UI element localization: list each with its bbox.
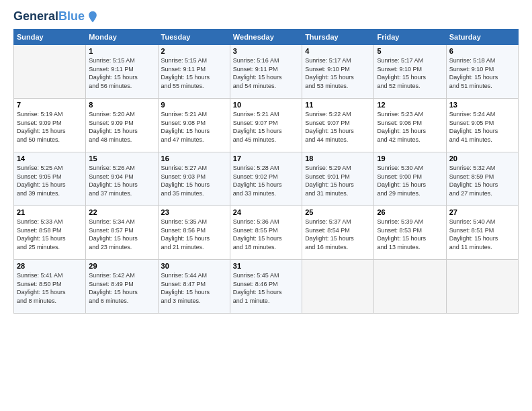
day-info: Sunrise: 5:33 AM Sunset: 8:58 PM Dayligh… <box>17 218 83 251</box>
calendar-cell: 2Sunrise: 5:15 AM Sunset: 9:11 PM Daylig… <box>158 45 230 99</box>
calendar-cell: 25Sunrise: 5:37 AM Sunset: 8:54 PM Dayli… <box>302 206 374 260</box>
calendar-cell: 24Sunrise: 5:36 AM Sunset: 8:55 PM Dayli… <box>230 206 302 260</box>
calendar-cell: 31Sunrise: 5:45 AM Sunset: 8:46 PM Dayli… <box>230 260 302 314</box>
day-info: Sunrise: 5:17 AM Sunset: 9:10 PM Dayligh… <box>305 56 371 90</box>
day-number: 21 <box>17 208 83 216</box>
day-number: 13 <box>449 101 515 109</box>
day-number: 11 <box>305 101 371 109</box>
day-info: Sunrise: 5:32 AM Sunset: 8:59 PM Dayligh… <box>449 164 515 197</box>
day-number: 10 <box>233 101 299 109</box>
calendar-cell: 30Sunrise: 5:44 AM Sunset: 8:47 PM Dayli… <box>158 260 230 314</box>
day-info: Sunrise: 5:16 AM Sunset: 9:11 PM Dayligh… <box>233 56 299 90</box>
calendar-cell: 19Sunrise: 5:30 AM Sunset: 9:00 PM Dayli… <box>374 152 446 206</box>
day-info: Sunrise: 5:28 AM Sunset: 9:02 PM Dayligh… <box>233 164 299 197</box>
weekday-header-cell: Tuesday <box>158 30 230 45</box>
calendar-week-row: 14Sunrise: 5:25 AM Sunset: 9:05 PM Dayli… <box>14 152 519 206</box>
day-number: 3 <box>233 47 299 55</box>
calendar-cell: 29Sunrise: 5:42 AM Sunset: 8:49 PM Dayli… <box>86 260 158 314</box>
day-info: Sunrise: 5:21 AM Sunset: 9:08 PM Dayligh… <box>161 110 227 144</box>
day-number: 8 <box>89 101 154 109</box>
weekday-header-row: SundayMondayTuesdayWednesdayThursdayFrid… <box>14 30 519 45</box>
day-number: 1 <box>89 47 154 55</box>
day-number: 9 <box>161 101 227 109</box>
calendar-cell: 11Sunrise: 5:22 AM Sunset: 9:07 PM Dayli… <box>302 99 374 152</box>
day-info: Sunrise: 5:45 AM Sunset: 8:46 PM Dayligh… <box>233 271 299 305</box>
calendar-cell: 14Sunrise: 5:25 AM Sunset: 9:05 PM Dayli… <box>14 152 86 206</box>
calendar-cell: 20Sunrise: 5:32 AM Sunset: 8:59 PM Dayli… <box>446 152 518 206</box>
day-number: 27 <box>449 208 515 216</box>
weekday-header-cell: Sunday <box>14 30 86 45</box>
day-info: Sunrise: 5:41 AM Sunset: 8:50 PM Dayligh… <box>17 271 83 305</box>
day-number: 20 <box>449 154 515 163</box>
weekday-header-cell: Friday <box>374 30 446 45</box>
day-number: 6 <box>449 47 515 55</box>
calendar-cell: 9Sunrise: 5:21 AM Sunset: 9:08 PM Daylig… <box>158 99 230 152</box>
calendar-cell: 22Sunrise: 5:34 AM Sunset: 8:57 PM Dayli… <box>86 206 158 260</box>
logo-text: GeneralBlue <box>13 10 85 24</box>
day-info: Sunrise: 5:34 AM Sunset: 8:57 PM Dayligh… <box>89 218 154 251</box>
calendar-cell <box>446 260 518 314</box>
day-number: 14 <box>17 154 83 163</box>
day-info: Sunrise: 5:24 AM Sunset: 9:05 PM Dayligh… <box>449 110 515 144</box>
day-info: Sunrise: 5:15 AM Sunset: 9:11 PM Dayligh… <box>89 56 154 90</box>
calendar-cell: 17Sunrise: 5:28 AM Sunset: 9:02 PM Dayli… <box>230 152 302 206</box>
day-number: 18 <box>305 154 371 163</box>
calendar-cell: 18Sunrise: 5:29 AM Sunset: 9:01 PM Dayli… <box>302 152 374 206</box>
calendar-cell <box>374 260 446 314</box>
day-info: Sunrise: 5:25 AM Sunset: 9:05 PM Dayligh… <box>17 164 83 197</box>
calendar-table: SundayMondayTuesdayWednesdayThursdayFrid… <box>13 29 519 314</box>
day-number: 16 <box>161 154 227 163</box>
calendar-cell: 21Sunrise: 5:33 AM Sunset: 8:58 PM Dayli… <box>14 206 86 260</box>
logo-icon <box>86 10 99 24</box>
day-info: Sunrise: 5:36 AM Sunset: 8:55 PM Dayligh… <box>233 218 299 251</box>
calendar-cell: 1Sunrise: 5:15 AM Sunset: 9:11 PM Daylig… <box>86 45 158 99</box>
day-info: Sunrise: 5:15 AM Sunset: 9:11 PM Dayligh… <box>161 56 227 90</box>
day-info: Sunrise: 5:17 AM Sunset: 9:10 PM Dayligh… <box>377 56 443 90</box>
day-number: 29 <box>89 262 154 270</box>
day-number: 24 <box>233 208 299 216</box>
day-number: 7 <box>17 101 83 109</box>
day-info: Sunrise: 5:19 AM Sunset: 9:09 PM Dayligh… <box>17 110 83 144</box>
day-info: Sunrise: 5:39 AM Sunset: 8:53 PM Dayligh… <box>377 218 443 251</box>
day-number: 15 <box>89 154 154 163</box>
calendar-cell: 15Sunrise: 5:26 AM Sunset: 9:04 PM Dayli… <box>86 152 158 206</box>
calendar-cell <box>14 45 86 99</box>
calendar-cell: 5Sunrise: 5:17 AM Sunset: 9:10 PM Daylig… <box>374 45 446 99</box>
day-number: 26 <box>377 208 443 216</box>
day-info: Sunrise: 5:30 AM Sunset: 9:00 PM Dayligh… <box>377 164 443 197</box>
day-number: 28 <box>17 262 83 270</box>
calendar-cell: 7Sunrise: 5:19 AM Sunset: 9:09 PM Daylig… <box>14 99 86 152</box>
calendar-cell: 23Sunrise: 5:35 AM Sunset: 8:56 PM Dayli… <box>158 206 230 260</box>
calendar-cell: 6Sunrise: 5:18 AM Sunset: 9:10 PM Daylig… <box>446 45 518 99</box>
day-info: Sunrise: 5:44 AM Sunset: 8:47 PM Dayligh… <box>161 271 227 305</box>
calendar-week-row: 7Sunrise: 5:19 AM Sunset: 9:09 PM Daylig… <box>14 99 519 152</box>
calendar-cell: 26Sunrise: 5:39 AM Sunset: 8:53 PM Dayli… <box>374 206 446 260</box>
day-number: 4 <box>305 47 371 55</box>
day-number: 30 <box>161 262 227 270</box>
day-info: Sunrise: 5:20 AM Sunset: 9:09 PM Dayligh… <box>89 110 154 144</box>
day-number: 31 <box>233 262 299 270</box>
calendar-cell: 8Sunrise: 5:20 AM Sunset: 9:09 PM Daylig… <box>86 99 158 152</box>
calendar-cell: 3Sunrise: 5:16 AM Sunset: 9:11 PM Daylig… <box>230 45 302 99</box>
day-info: Sunrise: 5:42 AM Sunset: 8:49 PM Dayligh… <box>89 271 154 305</box>
weekday-header-cell: Thursday <box>302 30 374 45</box>
calendar-body: 1Sunrise: 5:15 AM Sunset: 9:11 PM Daylig… <box>14 45 519 314</box>
logo: GeneralBlue <box>13 10 99 24</box>
weekday-header-cell: Saturday <box>446 30 518 45</box>
day-info: Sunrise: 5:18 AM Sunset: 9:10 PM Dayligh… <box>449 56 515 90</box>
day-number: 25 <box>305 208 371 216</box>
calendar-cell: 27Sunrise: 5:40 AM Sunset: 8:51 PM Dayli… <box>446 206 518 260</box>
day-number: 23 <box>161 208 227 216</box>
calendar-cell: 10Sunrise: 5:21 AM Sunset: 9:07 PM Dayli… <box>230 99 302 152</box>
calendar-week-row: 28Sunrise: 5:41 AM Sunset: 8:50 PM Dayli… <box>14 260 519 314</box>
day-info: Sunrise: 5:37 AM Sunset: 8:54 PM Dayligh… <box>305 218 371 251</box>
day-number: 22 <box>89 208 154 216</box>
day-info: Sunrise: 5:27 AM Sunset: 9:03 PM Dayligh… <box>161 164 227 197</box>
calendar-cell: 28Sunrise: 5:41 AM Sunset: 8:50 PM Dayli… <box>14 260 86 314</box>
calendar-cell: 12Sunrise: 5:23 AM Sunset: 9:06 PM Dayli… <box>374 99 446 152</box>
day-number: 12 <box>377 101 443 109</box>
day-number: 19 <box>377 154 443 163</box>
calendar-cell: 4Sunrise: 5:17 AM Sunset: 9:10 PM Daylig… <box>302 45 374 99</box>
calendar-cell: 16Sunrise: 5:27 AM Sunset: 9:03 PM Dayli… <box>158 152 230 206</box>
day-info: Sunrise: 5:26 AM Sunset: 9:04 PM Dayligh… <box>89 164 154 197</box>
